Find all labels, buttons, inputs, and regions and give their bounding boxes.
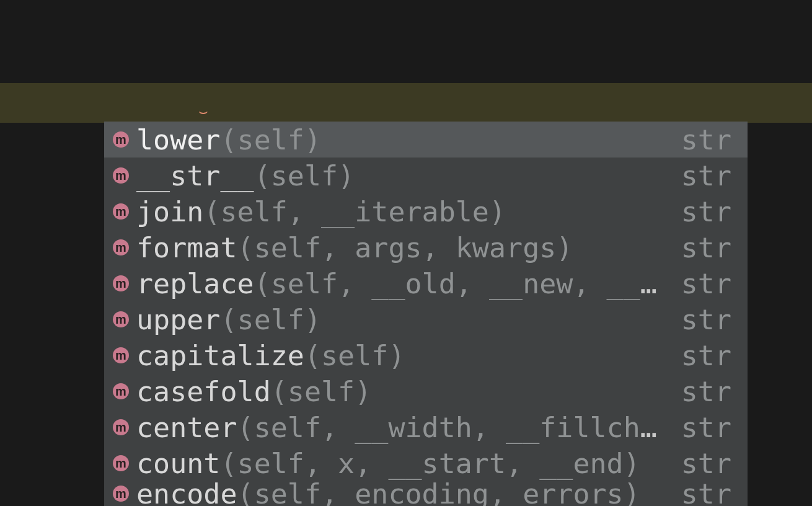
- method-icon: m: [113, 167, 129, 184]
- method-icon: m: [113, 311, 129, 327]
- autocomplete-name: capitalize: [136, 339, 304, 372]
- autocomplete-item[interactable]: mlower(self)str: [104, 122, 748, 158]
- autocomplete-params: (self): [220, 303, 321, 336]
- method-icon: m: [113, 275, 129, 291]
- autocomplete-item[interactable]: m__str__(self)str: [104, 158, 748, 193]
- autocomplete-return-type: str: [669, 411, 731, 444]
- autocomplete-item[interactable]: mjoin(self, __iterable)str: [104, 193, 748, 229]
- autocomplete-name: replace: [136, 267, 254, 300]
- method-icon: m: [113, 419, 129, 435]
- code-line-2-current[interactable]: text.⌣: [0, 83, 812, 123]
- autocomplete-return-type: str: [669, 339, 731, 372]
- autocomplete-params: (self, x, __start, __end): [220, 447, 640, 480]
- method-icon: m: [113, 455, 129, 471]
- autocomplete-params: (self, __old, __new, __c…: [254, 267, 661, 300]
- autocomplete-params: (self): [220, 123, 321, 156]
- autocomplete-return-type: str: [669, 123, 731, 156]
- code-line-1[interactable]: text: str = something(): [0, 43, 812, 83]
- autocomplete-name: join: [136, 195, 203, 228]
- autocomplete-params: (self, args, kwargs): [237, 231, 573, 264]
- method-icon: m: [113, 131, 129, 148]
- autocomplete-name: upper: [136, 303, 220, 336]
- autocomplete-item[interactable]: mupper(self)str: [104, 301, 748, 337]
- autocomplete-name: count: [136, 447, 220, 480]
- autocomplete-return-type: str: [669, 159, 731, 192]
- autocomplete-params: (self, __width, __fillcha…: [237, 411, 661, 444]
- autocomplete-item[interactable]: mformat(self, args, kwargs)str: [104, 229, 748, 265]
- method-icon: m: [113, 239, 129, 255]
- autocomplete-return-type: str: [669, 447, 731, 480]
- autocomplete-item[interactable]: mcapitalize(self)str: [104, 337, 748, 373]
- autocomplete-popup[interactable]: mlower(self)strm__str__(self)strmjoin(se…: [104, 122, 748, 506]
- autocomplete-return-type: str: [669, 267, 731, 300]
- autocomplete-name: casefold: [136, 375, 271, 408]
- autocomplete-item[interactable]: mreplace(self, __old, __new, __c…str: [104, 265, 748, 301]
- autocomplete-name: __str__: [136, 159, 254, 192]
- autocomplete-signature: replace(self, __old, __new, __c…: [136, 267, 661, 300]
- autocomplete-name: encode: [136, 481, 237, 506]
- autocomplete-return-type: str: [669, 195, 731, 228]
- autocomplete-params: (self, __iterable): [203, 195, 506, 228]
- autocomplete-item[interactable]: mcenter(self, __width, __fillcha…str: [104, 409, 748, 445]
- autocomplete-signature: center(self, __width, __fillcha…: [136, 411, 661, 444]
- autocomplete-return-type: str: [669, 231, 731, 264]
- autocomplete-signature: upper(self): [136, 303, 661, 336]
- autocomplete-signature: lower(self): [136, 123, 661, 156]
- autocomplete-item[interactable]: mencode(self, encoding, errors)str: [104, 481, 748, 506]
- autocomplete-item[interactable]: mcasefold(self)str: [104, 373, 748, 409]
- autocomplete-signature: format(self, args, kwargs): [136, 231, 661, 264]
- code-editor[interactable]: text: str = something() text.⌣: [0, 0, 812, 123]
- method-icon: m: [113, 203, 129, 220]
- autocomplete-signature: casefold(self): [136, 375, 661, 408]
- autocomplete-params: (self): [304, 339, 405, 372]
- autocomplete-params: (self): [254, 159, 355, 192]
- autocomplete-params: (self, encoding, errors): [237, 481, 640, 506]
- method-icon: m: [113, 383, 129, 399]
- autocomplete-signature: count(self, x, __start, __end): [136, 447, 661, 480]
- autocomplete-return-type: str: [669, 481, 731, 506]
- autocomplete-name: format: [136, 231, 237, 264]
- autocomplete-item[interactable]: mcount(self, x, __start, __end)str: [104, 445, 748, 481]
- autocomplete-signature: encode(self, encoding, errors): [136, 481, 661, 506]
- autocomplete-return-type: str: [669, 375, 731, 408]
- autocomplete-name: center: [136, 411, 237, 444]
- autocomplete-signature: capitalize(self): [136, 339, 661, 372]
- autocomplete-name: lower: [136, 123, 220, 156]
- method-icon: m: [113, 486, 129, 502]
- method-icon: m: [113, 347, 129, 363]
- autocomplete-signature: join(self, __iterable): [136, 195, 661, 228]
- autocomplete-signature: __str__(self): [136, 159, 661, 192]
- autocomplete-params: (self): [271, 375, 372, 408]
- autocomplete-return-type: str: [669, 303, 731, 336]
